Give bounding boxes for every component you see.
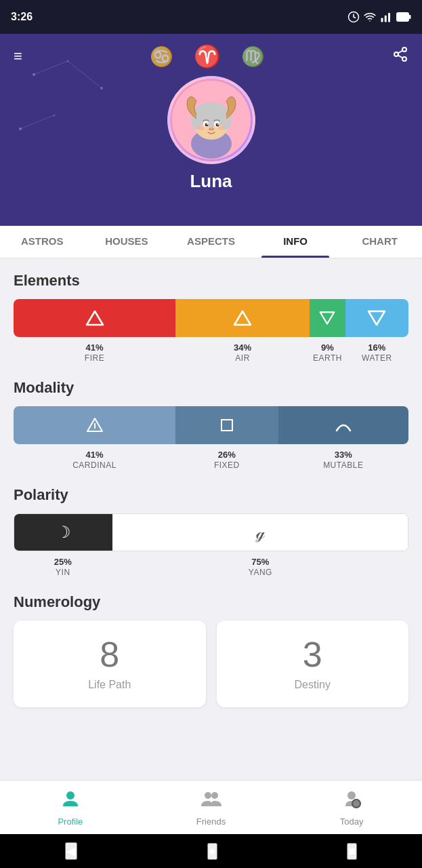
polarity-section: Polarity ☽ ℊ 25% YIN 75% YANG [14, 486, 408, 577]
fire-name: FIRE [85, 353, 104, 363]
modality-labels: 41% CARDINAL 26% FIXED 33% MUTABLE [14, 450, 408, 470]
mutable-label: 33% MUTABLE [278, 450, 408, 470]
profile-svg [60, 789, 81, 809]
menu-button[interactable]: ≡ [14, 47, 22, 65]
air-symbol [233, 309, 252, 328]
yang-pct: 75% [112, 557, 408, 567]
earth-symbol [319, 310, 335, 326]
air-name: AIR [235, 353, 250, 363]
share-button[interactable] [392, 46, 408, 66]
earth-segment [310, 299, 345, 337]
cancer-sign: ♋ [150, 45, 173, 68]
today-svg [341, 789, 362, 809]
elements-title: Elements [14, 272, 408, 290]
yin-pct: 25% [14, 557, 112, 567]
svg-point-36 [207, 123, 208, 125]
avatar [167, 76, 255, 164]
svg-point-41 [198, 126, 205, 130]
status-bar: 3:26 [0, 0, 422, 34]
svg-rect-4 [397, 13, 409, 22]
svg-point-39 [209, 128, 210, 130]
nav-friends[interactable]: Friends [141, 781, 282, 834]
fire-label: 41% FIRE [14, 342, 175, 363]
avatar-illustration [171, 79, 252, 161]
fixed-segment [175, 406, 278, 444]
avatar-section: Luna [14, 76, 408, 192]
svg-marker-46 [368, 311, 385, 325]
svg-rect-1 [381, 18, 383, 22]
svg-point-55 [353, 800, 360, 807]
home-button[interactable]: ● [207, 843, 217, 860]
svg-rect-49 [221, 420, 232, 431]
water-label: 16% WATER [345, 342, 408, 363]
nav-today[interactable]: Today [281, 781, 422, 834]
mutable-name: MUTABLE [323, 460, 363, 470]
svg-point-50 [66, 791, 75, 800]
svg-point-34 [205, 123, 208, 127]
fixed-pct: 26% [175, 450, 278, 460]
tabs: ASTROS HOUSES ASPECTS INFO CHART [0, 224, 422, 258]
user-name: Luna [190, 171, 232, 192]
svg-marker-45 [320, 312, 335, 323]
svg-line-23 [398, 56, 403, 58]
yin-segment: ☽ [14, 514, 112, 551]
water-pct: 16% [345, 342, 408, 353]
time: 3:26 [11, 11, 33, 23]
nav-profile[interactable]: Profile [0, 781, 141, 834]
friends-nav-label: Friends [196, 816, 226, 827]
yang-name: YANG [249, 568, 272, 577]
modality-bar [14, 406, 408, 444]
virgo-sign: ♍ [241, 45, 265, 68]
svg-rect-5 [409, 15, 411, 19]
fire-symbol [85, 309, 104, 328]
yang-segment: ℊ [112, 514, 408, 551]
svg-rect-3 [388, 13, 390, 22]
today-icon [341, 789, 362, 814]
friends-svg [201, 789, 222, 809]
battery-icon [396, 12, 411, 22]
tab-chart[interactable]: CHART [337, 224, 422, 258]
destiny-number: 3 [228, 637, 398, 672]
svg-line-24 [398, 51, 403, 54]
fixed-symbol [219, 417, 235, 433]
water-segment [345, 299, 408, 337]
svg-rect-2 [385, 16, 387, 22]
header-top: ≡ ♋ ♈ ♍ [14, 43, 408, 69]
aries-sign: ♈ [194, 43, 221, 69]
numerology-section: Numerology 8 Life Path 3 Destiny [14, 593, 408, 707]
cardinal-symbol [86, 416, 104, 434]
cardinal-pct: 41% [14, 450, 175, 460]
polarity-title: Polarity [14, 486, 408, 504]
status-icons [347, 11, 411, 23]
wifi-icon [364, 11, 376, 23]
fixed-label: 26% FIXED [175, 450, 278, 470]
tab-info[interactable]: INFO [253, 224, 338, 258]
svg-point-42 [218, 126, 225, 130]
svg-point-51 [205, 792, 211, 799]
zodiac-signs: ♋ ♈ ♍ [150, 43, 265, 69]
header: ≡ ♋ ♈ ♍ [0, 34, 422, 226]
fire-segment [14, 299, 175, 337]
destiny-card: 3 Destiny [217, 620, 409, 707]
cardinal-segment [14, 406, 175, 444]
polarity-bar: ☽ ℊ [14, 513, 408, 551]
back-button[interactable]: ◀ [65, 842, 77, 860]
water-name: WATER [362, 353, 392, 363]
air-label: 34% AIR [175, 342, 310, 363]
svg-point-40 [211, 128, 213, 130]
tab-houses[interactable]: HOUSES [85, 224, 169, 258]
svg-point-52 [211, 792, 218, 799]
air-segment [175, 299, 310, 337]
bottom-nav: Profile Friends Today [0, 780, 422, 834]
recents-button[interactable]: ■ [347, 843, 357, 860]
svg-point-35 [215, 123, 219, 127]
tab-aspects[interactable]: ASPECTS [169, 224, 253, 258]
elements-section: Elements [14, 272, 408, 363]
svg-marker-44 [234, 311, 251, 325]
android-nav: ◀ ● ■ [0, 834, 422, 868]
earth-pct: 9% [310, 342, 345, 353]
life-path-number: 8 [24, 637, 195, 672]
air-pct: 34% [175, 342, 310, 353]
tab-astros[interactable]: ASTROS [0, 224, 85, 258]
mutable-segment [278, 406, 408, 444]
